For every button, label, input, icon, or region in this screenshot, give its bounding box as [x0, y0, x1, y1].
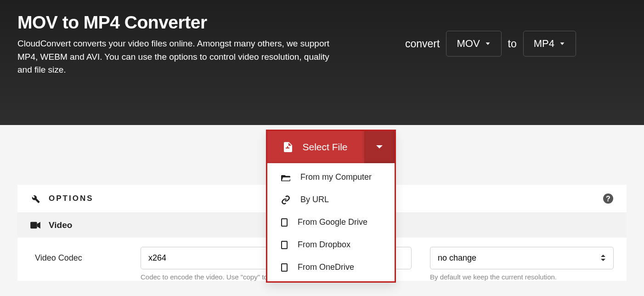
help-icon[interactable]: ? [603, 193, 614, 204]
page-header: MOV to MP4 Converter CloudConvert conver… [0, 0, 644, 125]
select-file-caret-button[interactable] [364, 131, 395, 163]
menu-item-google-drive[interactable]: From Google Drive [267, 211, 395, 233]
menu-item-label: By URL [300, 195, 329, 205]
select-file-dropdown: Select File From my Computer By URL From… [266, 130, 396, 283]
google-drive-icon [281, 218, 288, 227]
link-icon [281, 195, 290, 205]
wrench-icon [30, 194, 40, 204]
page-title: MOV to MP4 Converter [17, 12, 339, 33]
page-description: CloudConvert converts your video files o… [17, 37, 339, 77]
resolution-select[interactable]: no change [430, 247, 614, 269]
chevron-down-icon [559, 40, 565, 47]
menu-item-onedrive[interactable]: From OneDrive [267, 256, 395, 279]
menu-item-label: From Dropbox [298, 240, 350, 250]
file-source-menu: From my Computer By URL From Google Driv… [267, 163, 395, 281]
format-bar: convert MOV to MP4 [405, 31, 576, 57]
options-title: OPTIONS [49, 194, 94, 203]
resolution-value: no change [438, 253, 476, 263]
sort-icon [600, 254, 606, 262]
select-file-label: Select File [302, 142, 347, 153]
chevron-down-icon [485, 40, 491, 47]
menu-item-from-computer[interactable]: From my Computer [267, 166, 395, 188]
video-camera-icon [30, 221, 40, 229]
svg-rect-2 [30, 222, 37, 228]
select-file-button[interactable]: Select File [267, 131, 364, 163]
video-codec-value: x264 [148, 253, 166, 263]
menu-item-label: From Google Drive [298, 217, 367, 227]
menu-item-label: From my Computer [300, 172, 372, 182]
source-format-dropdown[interactable]: MOV [446, 31, 501, 57]
folder-open-icon [281, 173, 290, 182]
video-section-title: Video [49, 220, 72, 230]
menu-item-label: From OneDrive [298, 262, 354, 272]
target-format-dropdown[interactable]: MP4 [523, 31, 576, 57]
chevron-down-icon [375, 144, 384, 150]
onedrive-icon [281, 263, 288, 272]
resolution-hint: By default we keep the current resolutio… [430, 273, 614, 281]
target-format-value: MP4 [534, 38, 554, 50]
menu-item-by-url[interactable]: By URL [267, 188, 395, 211]
to-label: to [508, 38, 517, 50]
file-plus-icon [284, 142, 292, 152]
menu-item-dropbox[interactable]: From Dropbox [267, 233, 395, 256]
convert-label: convert [405, 38, 440, 50]
svg-text:?: ? [606, 195, 610, 203]
video-codec-label: Video Codec [30, 247, 122, 269]
source-format-value: MOV [457, 38, 480, 50]
dropbox-icon [281, 241, 288, 249]
